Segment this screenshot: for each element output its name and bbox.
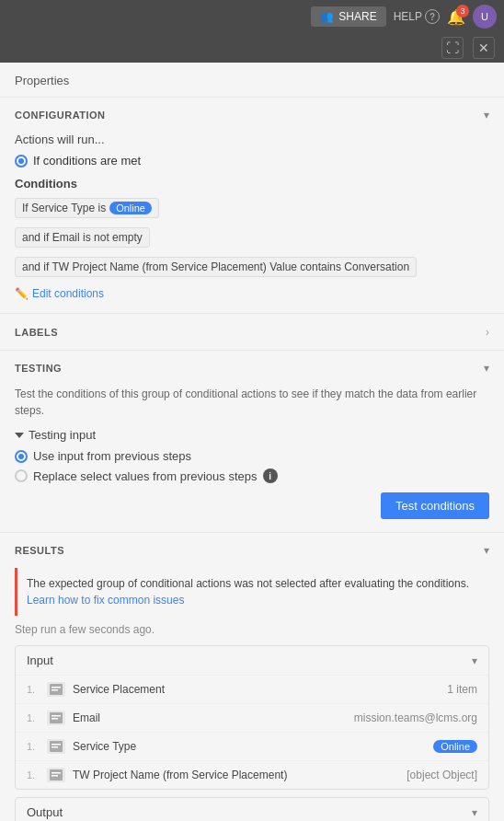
condition-3-tag: and if TW Project Name (from Service Pla… xyxy=(15,257,417,277)
output-box-header[interactable]: Output ▾ xyxy=(16,798,488,821)
actions-will-run-label: Actions will run... xyxy=(15,133,489,146)
configuration-title: CONFIGURATION xyxy=(15,110,106,121)
tw-project-value: [object Object] xyxy=(407,769,477,781)
svg-rect-2 xyxy=(52,689,58,691)
expand-icon[interactable]: ⛶ xyxy=(441,37,464,59)
svg-rect-11 xyxy=(52,775,58,777)
tw-project-label: TW Project Name (from Service Placement) xyxy=(73,769,399,781)
svg-rect-5 xyxy=(52,718,58,720)
configuration-section: CONFIGURATION ▾ Actions will run... If c… xyxy=(0,98,504,314)
avatar[interactable]: U xyxy=(473,5,497,29)
testing-title: TESTING xyxy=(15,363,62,374)
svg-rect-10 xyxy=(52,772,61,774)
email-value: mission.teams@lcms.org xyxy=(354,711,477,724)
labels-section: LABELS › xyxy=(0,314,504,351)
results-timestamp: Step run a few seconds ago. xyxy=(15,623,489,636)
triangle-down-icon xyxy=(15,433,24,438)
condition-1-row: If Service Type is Online xyxy=(15,198,489,223)
results-body: The expected group of conditional action… xyxy=(0,568,504,821)
test-button-wrapper: Test conditions xyxy=(15,489,489,519)
labels-title: LABELS xyxy=(15,327,58,338)
configuration-body: Actions will run... If conditions are me… xyxy=(0,133,504,313)
result-item-email: 1. Email mission.teams@lcms.org xyxy=(16,703,488,732)
help-icon: ? xyxy=(425,9,440,24)
testing-toggle-icon: ▾ xyxy=(484,362,489,375)
service-type-online-badge: Online xyxy=(433,740,477,753)
share-button[interactable]: 👥 SHARE xyxy=(311,6,385,27)
tw-project-icon xyxy=(47,768,65,782)
testing-section-header[interactable]: TESTING ▾ xyxy=(0,351,504,386)
condition-1-tag: If Service Type is Online xyxy=(15,198,159,218)
condition-3-row: and if TW Project Name (from Service Pla… xyxy=(15,257,489,282)
service-placement-value: 1 item xyxy=(447,683,477,696)
use-input-previous-steps-option: Use input from previous steps xyxy=(15,449,489,463)
condition-2-row: and if Email is not empty xyxy=(15,227,489,252)
results-error-message: The expected group of conditional action… xyxy=(15,568,489,616)
email-label: Email xyxy=(73,711,347,724)
share-icon: 👥 xyxy=(320,10,334,23)
configuration-toggle-icon: ▾ xyxy=(484,109,489,121)
labels-section-header[interactable]: LABELS › xyxy=(0,314,504,350)
input-box-header[interactable]: Input ▾ xyxy=(16,646,488,675)
second-bar: ⛶ ✕ xyxy=(0,33,504,63)
labels-arrow-icon: › xyxy=(486,325,489,339)
testing-description: Test the conditions of this group of con… xyxy=(15,386,489,419)
info-icon[interactable]: i xyxy=(263,468,278,483)
results-section-header[interactable]: RESULTS ▾ xyxy=(0,533,504,568)
configuration-section-header[interactable]: CONFIGURATION ▾ xyxy=(0,98,504,133)
replace-select-values-option: Replace select values from previous step… xyxy=(15,468,489,483)
help-link[interactable]: HELP ? xyxy=(394,9,440,24)
pencil-icon: ✏️ xyxy=(15,287,29,300)
test-conditions-button[interactable]: Test conditions xyxy=(381,492,489,519)
svg-rect-7 xyxy=(52,744,61,746)
service-type-icon xyxy=(47,739,65,754)
online-badge: Online xyxy=(109,202,152,214)
service-placement-icon xyxy=(47,682,65,697)
conditions-met-option: If conditions are met xyxy=(15,154,489,168)
email-icon xyxy=(47,711,65,725)
service-placement-label: Service Placement xyxy=(73,683,440,696)
use-input-radio[interactable] xyxy=(15,450,28,463)
testing-input-toggle[interactable]: Testing input xyxy=(15,428,489,442)
output-chevron-down-icon: ▾ xyxy=(472,806,477,819)
svg-rect-4 xyxy=(52,715,61,717)
result-item-service-type: 1. Service Type Online xyxy=(16,732,488,760)
svg-rect-1 xyxy=(52,687,61,688)
input-box: Input ▾ 1. Service Placement 1 item 1. E… xyxy=(15,645,489,790)
svg-rect-8 xyxy=(52,746,58,748)
conditions-label: Conditions xyxy=(15,177,489,191)
results-toggle-icon: ▾ xyxy=(484,544,489,557)
input-chevron-down-icon: ▾ xyxy=(472,654,477,667)
result-item-service-placement: 1. Service Placement 1 item xyxy=(16,675,488,703)
results-title: RESULTS xyxy=(15,545,64,556)
testing-section: TESTING ▾ Test the conditions of this gr… xyxy=(0,351,504,533)
result-item-tw-project: 1. TW Project Name (from Service Placeme… xyxy=(16,760,488,789)
top-bar: 👥 SHARE HELP ? 🔔 3 U xyxy=(0,0,504,33)
testing-body: Test the conditions of this group of con… xyxy=(0,386,504,532)
service-type-label: Service Type xyxy=(73,740,426,753)
notification-badge: 3 xyxy=(456,5,469,17)
replace-select-radio[interactable] xyxy=(15,469,28,482)
close-icon[interactable]: ✕ xyxy=(473,37,495,59)
fix-issues-link[interactable]: Learn how to fix common issues xyxy=(27,594,184,607)
notifications-button[interactable]: 🔔 3 xyxy=(447,8,465,26)
conditions-met-radio[interactable] xyxy=(15,155,28,168)
edit-conditions-link[interactable]: ✏️ Edit conditions xyxy=(15,287,489,300)
condition-2-tag: and if Email is not empty xyxy=(15,227,150,248)
results-section: RESULTS ▾ The expected group of conditio… xyxy=(0,533,504,821)
properties-header: Properties xyxy=(0,63,504,98)
output-box: Output ▾ Otherwise if Service Type is On… xyxy=(15,797,489,821)
